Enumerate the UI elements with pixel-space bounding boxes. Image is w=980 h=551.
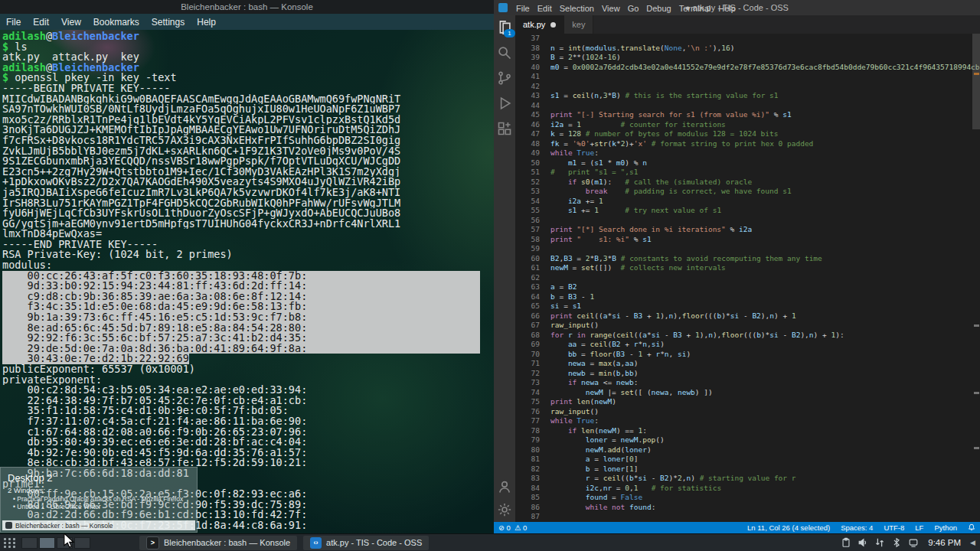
encoding-setting[interactable]: UTF-8	[884, 523, 904, 532]
tab-atk.py[interactable]: atk.py	[515, 15, 564, 34]
vscode-menu-edit[interactable]: Edit	[534, 4, 556, 13]
vscode-menu-file[interactable]: File	[512, 4, 534, 13]
konsole-icon: >	[146, 536, 159, 549]
notifications-icon[interactable]	[908, 537, 919, 548]
konsole-menu-file[interactable]: File	[6, 17, 21, 28]
code-line: 77while True:	[515, 416, 980, 426]
source-control-icon[interactable]	[497, 70, 512, 86]
clipboard-icon[interactable]	[841, 537, 851, 548]
volume-icon[interactable]	[858, 537, 868, 548]
konsole-titlebar[interactable]: Bleichenbacker : bash — Konsole	[0, 0, 494, 14]
terminal-line: 29:de:5d:0e:7a:0a:8d:36:ba:0d:41:89:64:9…	[2, 344, 480, 354]
editor-scrollbar[interactable]	[972, 34, 980, 522]
warnings-indicator[interactable]: ⚠ 0	[514, 523, 527, 532]
code-line: 82 b = loner[1]	[515, 465, 980, 474]
code-line: 43s1 = ceil(n,3*B) # this is the startin…	[515, 91, 980, 101]
panel-expander-icon[interactable]: ◀	[970, 539, 975, 546]
code-line: 39B = 2**(1024-16)	[515, 53, 980, 63]
code-line: 37	[515, 34, 980, 44]
errors-indicator[interactable]: ⊘ 0	[498, 523, 511, 532]
task-buttons: >Bleichenbacker : bash — Konsole‹›atk.py…	[139, 536, 429, 550]
indentation-setting[interactable]: Spaces: 4	[841, 523, 873, 532]
cursor-position[interactable]: Ln 11, Col 26 (4 selected)	[747, 523, 830, 532]
code-line: 71 newa = max(a,aa)	[515, 359, 980, 369]
terminal-line: 00:c2:8d:54:c3:b5:05:34:ea:e2:ae:e0:ed:3…	[2, 385, 480, 396]
desktop-cell-3[interactable]	[57, 537, 73, 549]
editor-tab-bar: atk.pykey	[515, 15, 980, 34]
code-editor[interactable]: 3738n = int(modulus.translate(None,'\n :…	[515, 34, 980, 522]
vscode-window: FileEditSelectionViewGoDebugTerminalHelp…	[494, 0, 980, 533]
explorer-icon[interactable]: 1	[497, 20, 512, 35]
eol-setting[interactable]: LF	[915, 523, 923, 532]
debug-icon[interactable]	[497, 96, 512, 111]
vscode-titlebar[interactable]: FileEditSelectionViewGoDebugTerminalHelp	[494, 0, 980, 15]
konsole-menu-bookmarks[interactable]: Bookmarks	[93, 17, 139, 28]
language-mode[interactable]: Python	[934, 523, 957, 532]
vscode-menu-go[interactable]: Go	[624, 4, 643, 13]
taskbar-panel: >Bleichenbacker : bash — Konsole‹›atk.py…	[0, 533, 980, 551]
code-line: 56	[515, 216, 980, 226]
desktop-cell-4[interactable]	[74, 537, 90, 549]
network-icon[interactable]	[874, 537, 885, 548]
tooltip-highlighted-item: Bleichenbacker : bash — Konsole	[2, 520, 195, 530]
vscode-menu-help[interactable]: Help	[714, 4, 740, 13]
konsole-menu-view[interactable]: View	[61, 17, 81, 28]
desktop: { "konsole": { "title": "Bleichenbacker …	[0, 0, 980, 551]
code-line: 47k = 128 # number of bytes of modulus 1…	[515, 129, 980, 139]
code-line: 53 break # padding is correct, we have f…	[515, 187, 980, 197]
konsole-menu-help[interactable]: Help	[197, 17, 216, 28]
vscode-menu-terminal[interactable]: Terminal	[675, 4, 715, 13]
tooltip-window-item: • Untitled 1 - LibreOffice Writer	[13, 503, 192, 510]
desktop-cell-2[interactable]	[39, 537, 55, 549]
vscode-menu-view[interactable]: View	[598, 4, 624, 13]
account-icon[interactable]	[497, 479, 512, 494]
terminal-line: 30:43:0e:7e:d2:1b:22:92:69	[2, 354, 189, 364]
taskbar-clock[interactable]: 9:46 PM	[928, 538, 961, 547]
terminal-area[interactable]: adilash@Bleichenbacker$ lsatk.py attack.…	[0, 30, 494, 533]
code-line: 65si = s1	[515, 302, 980, 311]
code-line: 55 s1 += 1 # try next value of s1	[515, 206, 980, 216]
code-line: 54 i2a += 1	[515, 197, 980, 207]
tooltip-title: Desktop 2	[1, 468, 197, 484]
terminal-line: modulus:	[2, 260, 480, 271]
terminal-line: 9d:33:b0:92:15:94:23:44:81:ff:43:6d:2d:f…	[2, 281, 480, 292]
activity-badge: 1	[504, 29, 515, 37]
konsole-mini-icon	[5, 522, 12, 529]
task-button-konsole[interactable]: >Bleichenbacker : bash — Konsole	[139, 536, 297, 550]
search-icon[interactable]	[497, 45, 512, 60]
code-line: 81 a = loner[0]	[515, 455, 980, 465]
vscode-menu-selection[interactable]: Selection	[556, 4, 598, 13]
konsole-menu-edit[interactable]: Edit	[33, 17, 49, 28]
scrollbar-thumb[interactable]	[972, 34, 980, 129]
vscode-menu-debug[interactable]: Debug	[642, 4, 675, 13]
bluetooth-icon[interactable]	[891, 537, 902, 548]
terminal-line: adilash@Bleichenbacker	[2, 63, 480, 73]
tab-key[interactable]: key	[564, 15, 593, 34]
terminal-line: adilash@Bleichenbacker	[2, 31, 480, 42]
app-launcher-icon[interactable]	[3, 536, 17, 549]
terminal-line: 4b:92:7e:90:0b:ed:45:f5:9d:6a:dd:35:76:a…	[2, 448, 480, 458]
extensions-icon[interactable]	[497, 121, 512, 136]
terminal-line: E23cn5++2zg7Hy29W+Qtstbbto1M9+Iec/1Cf30M…	[2, 167, 480, 178]
overview-ruler-mark	[974, 447, 979, 449]
terminal-line: IrSH8R3Lu751rKAYmPGZ1TpF4FGHD5kCQC2GbRub…	[2, 198, 480, 209]
terminal-line: GG/ygtSjm+aEGM0ynv91ertD5mHpfgsT7UIHUhG0…	[2, 219, 480, 230]
task-button-code[interactable]: ‹›atk.py - TIS - Code - OSS	[303, 536, 429, 550]
overview-ruler-mark	[974, 392, 979, 394]
terminal-line: RSA Private-Key: (1024 bit, 2 primes)	[2, 249, 480, 260]
code-content: 3738n = int(modulus.translate(None,'\n :…	[515, 34, 980, 522]
desktop-cell-1[interactable]	[21, 537, 38, 549]
code-line: 51# print "s1 = ",s1	[515, 168, 980, 178]
terminal-line: 8e:ad:65:6c:45:5d:b7:89:18:e5:8a:84:54:2…	[2, 323, 480, 334]
terminal-line: privateExponent:	[2, 375, 480, 386]
modified-dot-icon	[550, 22, 556, 28]
konsole-menu-settings[interactable]: Settings	[152, 17, 185, 28]
settings-gear-icon[interactable]	[497, 502, 512, 517]
terminal-line: c1:67:64:88:d2:08:a0:66:f9:0b:26:65:23:0…	[2, 427, 480, 438]
code-line: 83 r = ceil((b*si - B2)*2,n) # starting …	[515, 474, 980, 484]
code-icon: ‹›	[310, 537, 322, 549]
notifications-bell-icon[interactable]	[968, 523, 975, 533]
code-line: 80 newM.add(loner)	[515, 445, 980, 455]
konsole-window: Bleichenbacker : bash — Konsole FileEdit…	[0, 0, 494, 533]
tooltip-window-item: • Practical Padding Oracle Attacks on RS…	[13, 495, 192, 503]
